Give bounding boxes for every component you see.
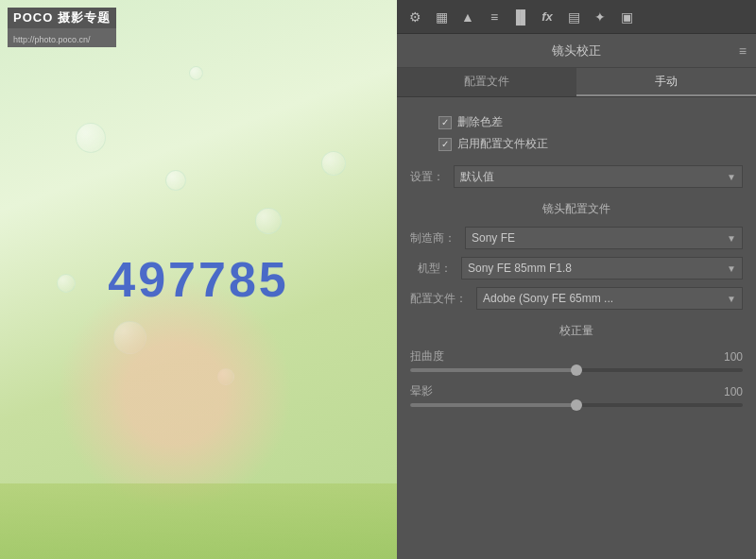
poco-logo: POCO 摄影专题 http://photo.poco.cn/: [8, 8, 116, 47]
manufacturer-value: Sony FE: [472, 231, 515, 245]
correction-title: 校正量: [410, 323, 743, 339]
toolbar-icon-grid[interactable]: ▦: [431, 7, 452, 27]
toolbar-icon-detail[interactable]: ▤: [563, 7, 584, 27]
lens-profile-section: 镜头配置文件 制造商： Sony FE ▼ 机型： Sony FE 85mm F…: [410, 201, 743, 310]
vignette-name: 晕影: [410, 383, 433, 399]
tab-manual[interactable]: 手动: [576, 68, 756, 96]
tab-profile[interactable]: 配置文件: [397, 68, 576, 96]
vignette-header: 晕影 100: [410, 383, 743, 399]
manufacturer-select[interactable]: Sony FE ▼: [465, 227, 743, 249]
settings-select[interactable]: 默认值 ▼: [454, 165, 743, 188]
bubble-1: [76, 123, 106, 153]
toolbar-icon-list[interactable]: ≡: [484, 7, 505, 27]
lens-profile-title: 镜头配置文件: [410, 201, 743, 217]
model-arrow: ▼: [727, 263, 736, 274]
vignette-track[interactable]: [410, 403, 743, 407]
distortion-value: 100: [724, 350, 743, 364]
poco-logo-text: POCO 摄影专题: [13, 9, 111, 26]
checkbox-row-chroma: ✓ 删除色差: [438, 114, 743, 130]
settings-select-value: 默认值: [460, 169, 494, 185]
bubble-3: [255, 208, 282, 234]
toolbar-icon-camera[interactable]: ▣: [616, 7, 637, 27]
checkbox-section: ✓ 删除色差 ✓ 启用配置文件校正: [438, 114, 743, 152]
toolbar: ⚙ ▦ ▲ ≡ ▐▌ fx ▤ ✦ ▣: [397, 0, 756, 34]
correction-section: 校正量 扭曲度 100 晕影 100: [410, 323, 743, 407]
bubble-2: [165, 170, 186, 191]
vignette-value: 100: [724, 385, 743, 398]
poco-logo-url: http://photo.poco.cn/: [13, 35, 91, 44]
hand-area: [57, 276, 293, 512]
distortion-fill: [410, 368, 576, 372]
toolbar-icon-curve[interactable]: ▐▌: [510, 7, 531, 27]
model-label: 机型：: [410, 261, 452, 277]
vignette-thumb[interactable]: [571, 399, 582, 411]
distortion-header: 扭曲度 100: [410, 348, 743, 364]
checkbox-profile-label: 启用配置文件校正: [457, 136, 548, 152]
profilefile-label: 配置文件：: [410, 291, 467, 307]
distortion-track[interactable]: [410, 368, 743, 372]
panel-menu-icon[interactable]: ≡: [739, 43, 747, 59]
distortion-name: 扭曲度: [410, 348, 444, 364]
distortion-thumb[interactable]: [571, 364, 582, 376]
checkbox-chroma-label: 删除色差: [457, 114, 503, 130]
settings-row: 设置： 默认值 ▼: [410, 165, 743, 188]
vignette-fill: [410, 403, 576, 407]
distortion-slider-row: 扭曲度 100: [410, 348, 743, 372]
photo-overlay-text: 497785: [108, 251, 289, 308]
tab-bar: 配置文件 手动: [397, 68, 756, 97]
right-panel: ⚙ ▦ ▲ ≡ ▐▌ fx ▤ ✦ ▣ 镜头校正 ≡ 配置文件 手动 ✓ 删除色…: [397, 0, 756, 559]
bubble-8: [189, 66, 203, 80]
grass-bottom: [0, 483, 397, 559]
profilefile-select[interactable]: Adobe (Sony FE 65mm ... ▼: [476, 287, 743, 310]
bubble-4: [57, 274, 76, 293]
checkbox-profile[interactable]: ✓: [438, 138, 452, 151]
photo-panel: POCO 摄影专题 http://photo.poco.cn/ 497785: [0, 0, 397, 559]
profilefile-arrow: ▼: [727, 294, 736, 304]
manufacturer-arrow: ▼: [727, 233, 736, 244]
settings-select-arrow: ▼: [727, 172, 736, 182]
field-row-manufacturer: 制造商： Sony FE ▼: [410, 227, 743, 249]
toolbar-icon-settings[interactable]: ⚙: [404, 7, 425, 27]
panel-content: ✓ 删除色差 ✓ 启用配置文件校正 设置： 默认值 ▼ 镜头配置文件: [397, 97, 756, 559]
toolbar-icon-histogram[interactable]: ▲: [457, 7, 478, 27]
bubble-7: [321, 151, 346, 176]
panel-title: 镜头校正: [552, 42, 601, 59]
vignette-slider-row: 晕影 100: [410, 383, 743, 407]
profilefile-value: Adobe (Sony FE 65mm ...: [483, 292, 613, 305]
settings-label: 设置：: [410, 169, 444, 185]
toolbar-icon-fx[interactable]: fx: [537, 7, 558, 27]
toolbar-icon-lens[interactable]: ✦: [590, 7, 610, 27]
panel-header: 镜头校正 ≡: [397, 34, 756, 68]
field-row-profilefile: 配置文件： Adobe (Sony FE 65mm ... ▼: [410, 287, 743, 310]
field-row-model: 机型： Sony FE 85mm F1.8 ▼: [410, 257, 743, 280]
model-value: Sony FE 85mm F1.8: [468, 262, 572, 275]
model-select[interactable]: Sony FE 85mm F1.8 ▼: [461, 257, 743, 280]
checkbox-chroma[interactable]: ✓: [438, 116, 452, 129]
checkbox-row-profile: ✓ 启用配置文件校正: [438, 136, 743, 152]
manufacturer-label: 制造商：: [410, 230, 455, 246]
